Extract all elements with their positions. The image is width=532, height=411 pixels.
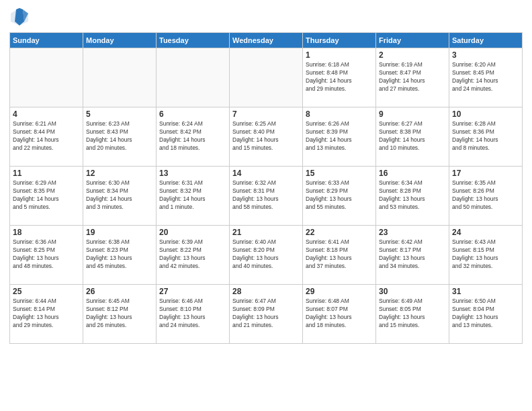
day-number: 22 [306, 228, 373, 237]
day-number: 4 [13, 109, 80, 119]
day-cell: 29Sunrise: 6:48 AM Sunset: 8:07 PM Dayli… [303, 285, 376, 344]
day-number: 24 [452, 228, 519, 237]
day-number: 6 [159, 109, 226, 119]
day-cell: 7Sunrise: 6:25 AM Sunset: 8:40 PM Daylig… [230, 107, 303, 167]
day-info: Sunrise: 6:27 AM Sunset: 8:38 PM Dayligh… [379, 120, 446, 152]
day-cell: 11Sunrise: 6:29 AM Sunset: 8:35 PM Dayli… [10, 167, 83, 226]
weekday-friday: Friday [376, 33, 449, 48]
day-number: 28 [232, 287, 300, 296]
day-number: 12 [86, 169, 153, 178]
day-cell: 5Sunrise: 6:23 AM Sunset: 8:43 PM Daylig… [83, 107, 157, 167]
day-number: 31 [452, 287, 519, 296]
day-info: Sunrise: 6:18 AM Sunset: 8:48 PM Dayligh… [306, 61, 373, 93]
day-info: Sunrise: 6:28 AM Sunset: 8:36 PM Dayligh… [452, 120, 519, 152]
day-info: Sunrise: 6:29 AM Sunset: 8:35 PM Dayligh… [13, 179, 80, 212]
day-cell: 20Sunrise: 6:39 AM Sunset: 8:22 PM Dayli… [157, 226, 230, 285]
day-cell [83, 48, 157, 107]
day-number: 16 [379, 169, 446, 178]
day-info: Sunrise: 6:43 AM Sunset: 8:15 PM Dayligh… [452, 238, 519, 271]
day-number: 30 [379, 287, 446, 296]
day-cell: 8Sunrise: 6:26 AM Sunset: 8:39 PM Daylig… [303, 107, 376, 167]
day-info: Sunrise: 6:46 AM Sunset: 8:10 PM Dayligh… [159, 298, 226, 330]
day-info: Sunrise: 6:30 AM Sunset: 8:34 PM Dayligh… [86, 179, 153, 212]
day-number: 25 [13, 287, 80, 296]
weekday-tuesday: Tuesday [157, 33, 230, 48]
day-cell: 21Sunrise: 6:40 AM Sunset: 8:20 PM Dayli… [230, 226, 303, 285]
day-cell: 12Sunrise: 6:30 AM Sunset: 8:34 PM Dayli… [83, 167, 157, 226]
day-number: 3 [452, 50, 519, 60]
day-cell [10, 48, 83, 107]
logo [9, 7, 32, 27]
day-cell: 19Sunrise: 6:38 AM Sunset: 8:23 PM Dayli… [83, 226, 157, 285]
day-info: Sunrise: 6:31 AM Sunset: 8:32 PM Dayligh… [159, 179, 226, 212]
page: SundayMondayTuesdayWednesdayThursdayFrid… [0, 0, 532, 411]
day-number: 8 [306, 109, 373, 119]
day-cell: 1Sunrise: 6:18 AM Sunset: 8:48 PM Daylig… [303, 48, 376, 107]
day-number: 14 [232, 169, 300, 178]
day-cell: 18Sunrise: 6:36 AM Sunset: 8:25 PM Dayli… [10, 226, 83, 285]
day-info: Sunrise: 6:24 AM Sunset: 8:42 PM Dayligh… [159, 120, 226, 152]
day-number: 7 [232, 109, 300, 119]
day-cell: 22Sunrise: 6:41 AM Sunset: 8:18 PM Dayli… [303, 226, 376, 285]
day-info: Sunrise: 6:48 AM Sunset: 8:07 PM Dayligh… [306, 298, 373, 330]
day-cell: 15Sunrise: 6:33 AM Sunset: 8:29 PM Dayli… [303, 167, 376, 226]
day-number: 13 [159, 169, 226, 178]
weekday-sunday: Sunday [10, 33, 83, 48]
weekday-header-row: SundayMondayTuesdayWednesdayThursdayFrid… [10, 33, 523, 48]
day-number: 18 [13, 228, 80, 237]
day-cell: 13Sunrise: 6:31 AM Sunset: 8:32 PM Dayli… [157, 167, 230, 226]
week-row-2: 4Sunrise: 6:21 AM Sunset: 8:44 PM Daylig… [10, 107, 523, 167]
day-cell: 25Sunrise: 6:44 AM Sunset: 8:14 PM Dayli… [10, 285, 83, 344]
day-info: Sunrise: 6:42 AM Sunset: 8:17 PM Dayligh… [379, 238, 446, 271]
day-info: Sunrise: 6:40 AM Sunset: 8:20 PM Dayligh… [232, 238, 300, 271]
day-info: Sunrise: 6:44 AM Sunset: 8:14 PM Dayligh… [13, 298, 80, 330]
day-info: Sunrise: 6:36 AM Sunset: 8:25 PM Dayligh… [13, 238, 80, 271]
day-info: Sunrise: 6:23 AM Sunset: 8:43 PM Dayligh… [86, 120, 153, 152]
day-number: 10 [452, 109, 519, 119]
day-info: Sunrise: 6:38 AM Sunset: 8:23 PM Dayligh… [86, 238, 153, 271]
day-cell: 4Sunrise: 6:21 AM Sunset: 8:44 PM Daylig… [10, 107, 83, 167]
day-number: 17 [452, 169, 519, 178]
calendar: SundayMondayTuesdayWednesdayThursdayFrid… [9, 32, 523, 344]
day-number: 27 [159, 287, 226, 296]
day-cell: 9Sunrise: 6:27 AM Sunset: 8:38 PM Daylig… [376, 107, 449, 167]
day-info: Sunrise: 6:45 AM Sunset: 8:12 PM Dayligh… [86, 298, 153, 330]
day-cell: 23Sunrise: 6:42 AM Sunset: 8:17 PM Dayli… [376, 226, 449, 285]
day-info: Sunrise: 6:19 AM Sunset: 8:47 PM Dayligh… [379, 61, 446, 93]
day-cell: 10Sunrise: 6:28 AM Sunset: 8:36 PM Dayli… [449, 107, 523, 167]
day-cell: 30Sunrise: 6:49 AM Sunset: 8:05 PM Dayli… [376, 285, 449, 344]
weekday-thursday: Thursday [303, 33, 376, 48]
day-cell: 24Sunrise: 6:43 AM Sunset: 8:15 PM Dayli… [449, 226, 523, 285]
day-info: Sunrise: 6:49 AM Sunset: 8:05 PM Dayligh… [379, 298, 446, 330]
day-number: 19 [86, 228, 153, 237]
weekday-saturday: Saturday [449, 33, 523, 48]
day-cell: 14Sunrise: 6:32 AM Sunset: 8:31 PM Dayli… [230, 167, 303, 226]
weekday-monday: Monday [83, 33, 157, 48]
day-number: 23 [379, 228, 446, 237]
day-cell: 17Sunrise: 6:35 AM Sunset: 8:26 PM Dayli… [449, 167, 523, 226]
day-info: Sunrise: 6:21 AM Sunset: 8:44 PM Dayligh… [13, 120, 80, 152]
day-info: Sunrise: 6:25 AM Sunset: 8:40 PM Dayligh… [232, 120, 300, 152]
day-cell: 6Sunrise: 6:24 AM Sunset: 8:42 PM Daylig… [157, 107, 230, 167]
day-info: Sunrise: 6:39 AM Sunset: 8:22 PM Dayligh… [159, 238, 226, 271]
day-number: 1 [306, 50, 373, 60]
week-row-3: 11Sunrise: 6:29 AM Sunset: 8:35 PM Dayli… [10, 167, 523, 226]
day-number: 29 [306, 287, 373, 296]
day-info: Sunrise: 6:34 AM Sunset: 8:28 PM Dayligh… [379, 179, 446, 212]
day-cell: 16Sunrise: 6:34 AM Sunset: 8:28 PM Dayli… [376, 167, 449, 226]
day-number: 21 [232, 228, 300, 237]
day-info: Sunrise: 6:33 AM Sunset: 8:29 PM Dayligh… [306, 179, 373, 212]
day-info: Sunrise: 6:50 AM Sunset: 8:04 PM Dayligh… [452, 298, 519, 330]
day-number: 26 [86, 287, 153, 296]
day-info: Sunrise: 6:32 AM Sunset: 8:31 PM Dayligh… [232, 179, 300, 212]
day-info: Sunrise: 6:35 AM Sunset: 8:26 PM Dayligh… [452, 179, 519, 212]
day-number: 11 [13, 169, 80, 178]
day-cell: 26Sunrise: 6:45 AM Sunset: 8:12 PM Dayli… [83, 285, 157, 344]
week-row-4: 18Sunrise: 6:36 AM Sunset: 8:25 PM Dayli… [10, 226, 523, 285]
day-cell [157, 48, 230, 107]
day-info: Sunrise: 6:20 AM Sunset: 8:45 PM Dayligh… [452, 61, 519, 93]
day-info: Sunrise: 6:26 AM Sunset: 8:39 PM Dayligh… [306, 120, 373, 152]
day-info: Sunrise: 6:41 AM Sunset: 8:18 PM Dayligh… [306, 238, 373, 271]
day-cell: 3Sunrise: 6:20 AM Sunset: 8:45 PM Daylig… [449, 48, 523, 107]
day-number: 9 [379, 109, 446, 119]
